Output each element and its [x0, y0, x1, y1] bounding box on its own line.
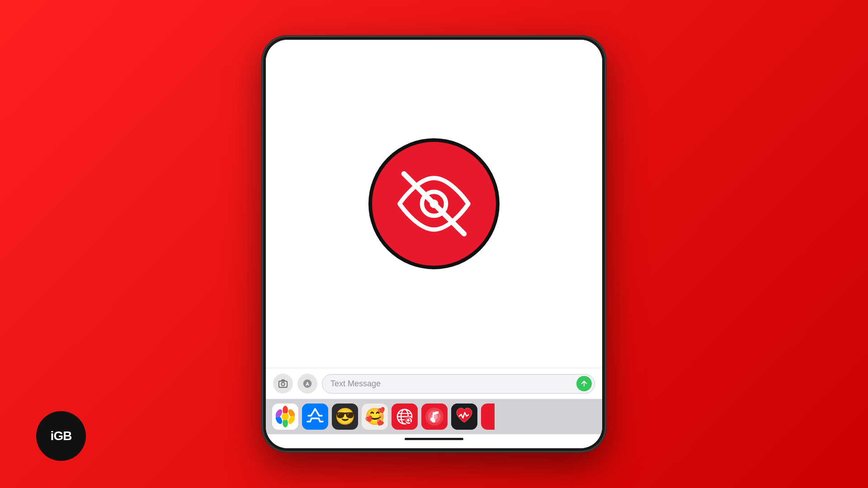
- send-button[interactable]: [576, 376, 592, 391]
- hidden-eye-icon: [368, 138, 500, 269]
- app-tray: 😎 🥰: [266, 399, 602, 434]
- message-bar: Text Message: [266, 368, 602, 399]
- svg-rect-14: [302, 404, 328, 430]
- svg-point-30: [432, 419, 435, 422]
- tray-app-appstore[interactable]: [302, 404, 328, 430]
- tray-app-music[interactable]: [421, 404, 448, 430]
- phone-screen: Text Message: [266, 40, 602, 448]
- svg-point-4: [281, 382, 284, 385]
- tray-app-web-search[interactable]: [392, 404, 418, 430]
- text-message-placeholder: Text Message: [330, 379, 381, 389]
- home-bar: [405, 438, 463, 440]
- igb-logo-text: iGB: [51, 429, 72, 443]
- camera-button[interactable]: [273, 374, 293, 394]
- appstore-bar-button[interactable]: [297, 374, 317, 394]
- phone-frame: Text Message: [262, 36, 606, 452]
- igb-logo: iGB: [36, 411, 86, 461]
- svg-line-2: [404, 174, 464, 234]
- tray-app-memoji-sunglasses[interactable]: 😎: [332, 404, 358, 430]
- tray-app-extra[interactable]: [481, 404, 495, 430]
- tray-app-photos[interactable]: [272, 404, 298, 430]
- tray-app-fitness[interactable]: [451, 404, 477, 430]
- svg-point-13: [282, 413, 289, 420]
- home-indicator-area: [266, 434, 602, 448]
- text-message-input[interactable]: Text Message: [322, 374, 595, 394]
- screen-content: [266, 40, 602, 368]
- tray-app-memoji-flowers[interactable]: 🥰: [362, 404, 388, 430]
